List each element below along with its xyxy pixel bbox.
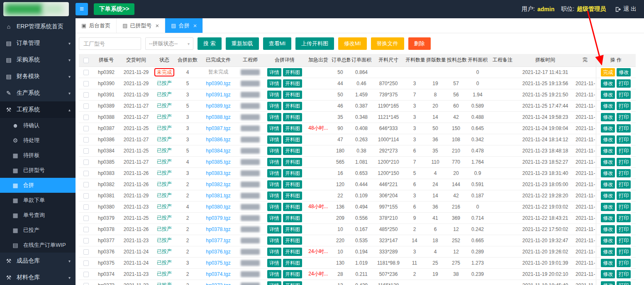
cut-image-button[interactable]: 开料图: [283, 236, 302, 245]
completed-file-link[interactable]: hp0374.tgz: [206, 271, 230, 277]
detail-button[interactable]: 详情: [267, 102, 281, 110]
sidebar-item-online-wip[interactable]: ▤在线生产订单WIP: [0, 238, 76, 253]
detail-button[interactable]: 详情: [267, 91, 281, 99]
sidebar-item-finished-warehouse[interactable]: ⚒成品仓库▾: [0, 253, 76, 269]
cut-image-button[interactable]: 开料图: [283, 214, 302, 222]
print-button[interactable]: 打印: [617, 236, 631, 245]
edit-button[interactable]: 修改: [601, 281, 615, 285]
row-checkbox[interactable]: [83, 193, 89, 199]
print-button[interactable]: 打印: [617, 214, 631, 222]
completed-file-link[interactable]: hp0380.tgz: [206, 204, 230, 210]
print-button[interactable]: 打印: [617, 79, 631, 88]
edit-button[interactable]: 修改: [601, 124, 615, 133]
print-button[interactable]: 打印: [617, 158, 631, 166]
reload-button[interactable]: 重新加载: [226, 37, 259, 50]
replace-file-button[interactable]: 替换文件: [371, 37, 404, 50]
sidebar-item-in-production[interactable]: ▦已投产: [0, 223, 76, 238]
print-button[interactable]: 打印: [617, 124, 631, 133]
select-all-checkbox[interactable]: [83, 58, 89, 63]
cut-image-button[interactable]: 开料图: [283, 79, 302, 88]
detail-button[interactable]: 详情: [267, 68, 281, 76]
edit-button[interactable]: 修改: [601, 102, 615, 110]
edit-button[interactable]: 修改: [601, 259, 615, 267]
cut-image-button[interactable]: 开料图: [283, 180, 302, 189]
cut-image-button[interactable]: 开料图: [283, 225, 302, 233]
completed-file-link[interactable]: hp0382.tgz: [206, 182, 230, 187]
row-checkbox[interactable]: [83, 160, 89, 165]
row-checkbox[interactable]: [83, 103, 89, 109]
detail-button[interactable]: 详情: [267, 113, 281, 121]
completed-file-link[interactable]: hp0373.tgz: [206, 283, 230, 285]
row-checkbox[interactable]: [83, 137, 89, 142]
cut-image-button[interactable]: 开料图: [283, 192, 302, 200]
row-checkbox[interactable]: [83, 115, 89, 120]
edit-button[interactable]: 修改: [601, 169, 615, 177]
detail-button[interactable]: 详情: [267, 169, 281, 177]
print-button[interactable]: 打印: [617, 203, 631, 211]
cut-image-button[interactable]: 开料图: [283, 169, 302, 177]
print-button[interactable]: 打印: [617, 91, 631, 99]
sidebar-item-finance[interactable]: ▤财务模块▾: [0, 68, 76, 85]
detail-button[interactable]: 详情: [267, 214, 281, 222]
row-checkbox[interactable]: [83, 272, 89, 277]
detail-button[interactable]: 详情: [267, 203, 281, 211]
cut-image-button[interactable]: 开料图: [283, 259, 302, 267]
detail-button[interactable]: 详情: [267, 270, 281, 278]
completed-file-link[interactable]: hp0381.tgz: [206, 193, 230, 199]
tab-combine[interactable]: ▨合拼×: [165, 18, 203, 33]
row-checkbox[interactable]: [83, 238, 89, 243]
row-checkbox[interactable]: [83, 216, 89, 221]
detail-button[interactable]: 详情: [267, 124, 281, 133]
edit-button[interactable]: 修改: [617, 68, 631, 76]
cut-image-button[interactable]: 开料图: [283, 124, 302, 133]
edit-button[interactable]: 修改: [601, 113, 615, 121]
view-mi-button[interactable]: 查看MI: [263, 37, 291, 50]
cut-image-button[interactable]: 开料图: [283, 91, 302, 99]
factory-model-input[interactable]: [79, 37, 141, 50]
row-checkbox[interactable]: [83, 92, 89, 98]
row-checkbox[interactable]: [83, 182, 89, 187]
completed-file-link[interactable]: hp0378.tgz: [206, 226, 230, 232]
sidebar-item-order-query[interactable]: ▦单号查询: [0, 208, 76, 223]
sidebar-item-pending-process[interactable]: ⚙待处理: [0, 133, 76, 148]
finish-button[interactable]: 完成: [601, 68, 615, 76]
sidebar-item-combine[interactable]: ▦合拼: [0, 178, 76, 193]
sidebar-item-material-warehouse[interactable]: ⚒材料仓库▾: [0, 269, 76, 285]
cut-image-button[interactable]: 开料图: [283, 203, 302, 211]
detail-button[interactable]: 详情: [267, 79, 281, 88]
cut-image-button[interactable]: 开料图: [283, 158, 302, 166]
print-button[interactable]: 打印: [617, 147, 631, 155]
cut-image-button[interactable]: 开料图: [283, 113, 302, 121]
print-button[interactable]: 打印: [617, 270, 631, 278]
edit-button[interactable]: 修改: [601, 158, 615, 166]
detail-button[interactable]: 详情: [267, 180, 281, 189]
app-logo[interactable]: [3, 2, 69, 16]
upload-cut-image-button[interactable]: 上传开料图: [295, 37, 334, 50]
completed-file-link[interactable]: hp0383.tgz: [206, 170, 230, 176]
cut-image-button[interactable]: 开料图: [283, 147, 302, 155]
detail-button[interactable]: 详情: [267, 147, 281, 155]
edit-button[interactable]: 修改: [601, 270, 615, 278]
cut-image-button[interactable]: 开料图: [283, 270, 302, 278]
sidebar-item-order-management[interactable]: ▤订单管理▾: [0, 35, 76, 52]
cut-image-button[interactable]: 开料图: [283, 135, 302, 144]
tab-home[interactable]: ▣后台首页: [76, 18, 117, 33]
edit-button[interactable]: 修改: [601, 236, 615, 245]
row-checkbox[interactable]: [83, 204, 89, 210]
detail-button[interactable]: 详情: [267, 192, 281, 200]
sidebar-item-production[interactable]: ✎生产系统▾: [0, 85, 76, 101]
row-checkbox[interactable]: [83, 260, 89, 266]
cut-image-button[interactable]: 开料图: [283, 281, 302, 285]
print-button[interactable]: 打印: [617, 135, 631, 144]
delete-button[interactable]: 删除: [408, 37, 431, 50]
print-button[interactable]: 打印: [617, 102, 631, 110]
panel-status-select[interactable]: --拼版状态-- ▾: [145, 37, 193, 50]
cut-image-button[interactable]: 开料图: [283, 248, 302, 256]
completed-file-link[interactable]: hp0377.tgz: [206, 238, 230, 243]
detail-button[interactable]: 详情: [267, 248, 281, 256]
edit-button[interactable]: 修改: [601, 214, 615, 222]
row-checkbox[interactable]: [83, 70, 89, 75]
edit-button[interactable]: 修改: [601, 225, 615, 233]
print-button[interactable]: 打印: [617, 259, 631, 267]
sidebar-item-erp-home[interactable]: ⌂ERP管理系统首页: [0, 18, 76, 35]
